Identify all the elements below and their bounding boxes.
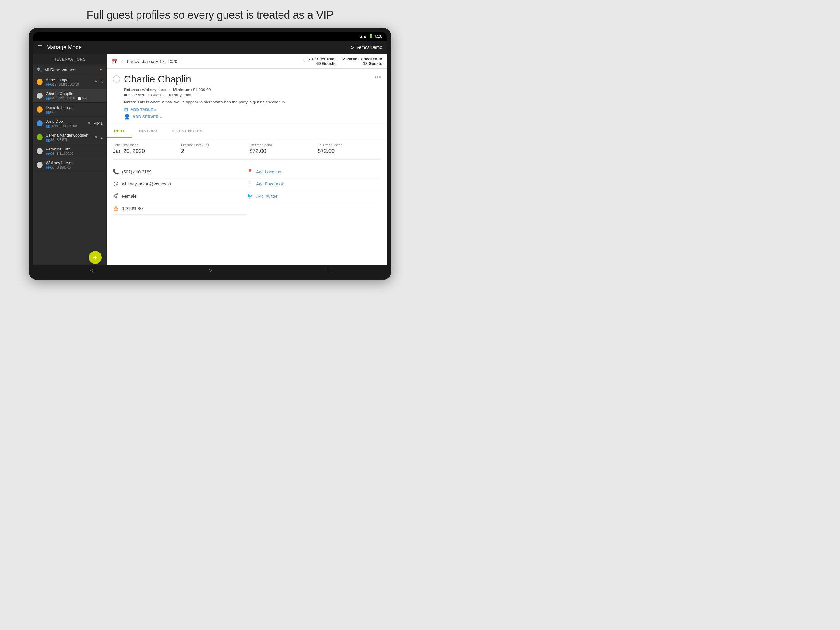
guest-list: Anne Lamper 👥 0/12 $ MIN $500.00 ⚑ 3 bbox=[33, 75, 106, 264]
minimum-value: $1,000.00 bbox=[193, 87, 211, 92]
guest-name-danielle: Danielle Larson bbox=[46, 105, 103, 110]
facebook-icon: f bbox=[247, 181, 253, 187]
search-bar[interactable]: 🔍 All Reservations ▼ bbox=[33, 65, 106, 75]
dropdown-arrow-icon[interactable]: ▼ bbox=[99, 68, 103, 72]
guest-item-anne[interactable]: Anne Lamper 👥 0/12 $ MIN $500.00 ⚑ 3 bbox=[33, 75, 106, 89]
note-charlie: 📄 Note bbox=[77, 97, 88, 100]
add-table-label: ADD TABLE » bbox=[130, 108, 156, 112]
birthday-field: 🎂 12/10/1987 bbox=[113, 203, 247, 215]
next-date-button[interactable]: › bbox=[303, 59, 305, 64]
min-spend-charlie: $ $1,000.00 bbox=[59, 97, 75, 100]
guest-name-whitney: Whitney Larson bbox=[46, 161, 103, 165]
clock: 6:28 bbox=[375, 34, 382, 38]
tab-info[interactable]: INFO bbox=[107, 125, 132, 138]
min-spend-anne: $ MIN $500.00 bbox=[59, 83, 79, 86]
add-reservation-button[interactable]: + bbox=[89, 251, 102, 264]
stat-this-year-spend: This Year Spend $72.00 bbox=[317, 143, 381, 154]
right-panel: 📅 ‹ Friday, January 17, 2020 › 7 Parties… bbox=[107, 54, 387, 264]
min-spend-jane: $ $1,000.00 bbox=[61, 124, 77, 128]
tab-history[interactable]: HISTORY bbox=[132, 125, 165, 138]
add-facebook-label[interactable]: Add Facebook bbox=[256, 182, 284, 187]
guest-item-whitney[interactable]: Whitney Larson 👥 0/6 $ $500.00 bbox=[33, 158, 106, 172]
status-dot-anne bbox=[36, 79, 43, 85]
detail-tabs: INFO HISTORY GUEST NOTES bbox=[107, 125, 387, 138]
email-icon: @ bbox=[113, 181, 119, 187]
search-icon: 🔍 bbox=[36, 67, 42, 72]
stat-lifetime-checkins: Lifetime Check-Ins 2 bbox=[181, 143, 245, 154]
home-button[interactable]: ○ bbox=[209, 267, 212, 274]
tab-guest-notes[interactable]: GUEST NOTES bbox=[165, 125, 210, 138]
vip-badge-jane: VIP 1 bbox=[94, 121, 103, 125]
bottom-nav: ◁ ○ □ bbox=[33, 264, 387, 275]
party-total-value: 10 bbox=[167, 93, 171, 97]
email-field: @ whitney.larson@vemos.io bbox=[113, 178, 247, 190]
checked-in-label: Checked-in Guests / bbox=[128, 93, 167, 97]
current-date: Friday, January 17, 2020 bbox=[127, 59, 300, 64]
guest-item-charlie[interactable]: Charlie Chaplin 👥 0/10 $ $1,000.00 📄 Not… bbox=[33, 89, 106, 103]
recents-button[interactable]: □ bbox=[327, 267, 330, 274]
guest-name-anne: Anne Lamper bbox=[46, 78, 91, 82]
party-count-charlie: 👥 0/10 bbox=[46, 97, 56, 100]
more-options-icon[interactable]: ••• bbox=[374, 73, 381, 81]
checked-in-value: 00 bbox=[124, 93, 128, 97]
stat-lifetime-spend: Lifetime Spend $72.00 bbox=[249, 143, 313, 154]
add-location-field[interactable]: 📍 Add Location bbox=[247, 166, 381, 178]
party-count-serena: 👥 8/6 bbox=[46, 138, 55, 141]
guest-name-jane: Jane Doe bbox=[46, 119, 84, 123]
add-table-button[interactable]: ⊞ ADD TABLE » bbox=[124, 107, 381, 112]
refresh-icon[interactable]: ↻ bbox=[350, 44, 354, 51]
guest-name-charlie: Charlie Chaplin bbox=[46, 91, 103, 96]
flag-icon-jane: ⚑ bbox=[87, 121, 91, 125]
status-bar: ▲▲ 🔋 6:28 bbox=[33, 32, 387, 41]
action-links: ⊞ ADD TABLE » 👤 ADD SERVER » bbox=[113, 107, 381, 120]
calendar-icon: 📅 bbox=[112, 59, 118, 64]
demo-label: Vemos Demo bbox=[356, 45, 382, 50]
status-dot-whitney bbox=[36, 162, 43, 168]
prev-date-button[interactable]: ‹ bbox=[122, 59, 123, 64]
party-count-jane: 👥 10/10 bbox=[46, 124, 58, 128]
app-title: Manage Mode bbox=[46, 44, 346, 51]
back-button[interactable]: ◁ bbox=[90, 267, 95, 274]
referrer-label: Referrer: bbox=[124, 87, 141, 92]
min-spend-veronica: $ $1,000.00 bbox=[57, 152, 74, 155]
birthday-icon: 🎂 bbox=[113, 206, 119, 211]
notes-text: Notes: This is where a note would appear… bbox=[113, 100, 381, 104]
add-facebook-field[interactable]: f Add Facebook bbox=[247, 178, 381, 190]
add-twitter-label[interactable]: Add Twitter bbox=[256, 194, 278, 199]
detail-meta: Referrer: Whitney Larson Minimum: $1,000… bbox=[113, 87, 381, 97]
btl-serena: $ 3 BTL bbox=[57, 138, 68, 141]
guest-name-serena: Serena Vanderwoodsen bbox=[46, 133, 91, 138]
guest-info-danielle: Danielle Larson 👥 0/8 bbox=[46, 105, 103, 114]
parties-checked-in: 2 Parties Checked-in bbox=[343, 57, 382, 61]
sidebar-header: RESERVATIONS bbox=[33, 54, 106, 65]
email-value: whitney.larson@vemos.io bbox=[122, 182, 171, 187]
headline: Full guest profiles so every guest is tr… bbox=[87, 0, 333, 28]
hamburger-icon[interactable]: ☰ bbox=[38, 44, 43, 51]
guest-item-jane[interactable]: Jane Doe 👥 10/10 $ $1,000.00 ⚑ VIP 1 bbox=[33, 117, 106, 130]
gender-value: Female bbox=[122, 194, 136, 199]
checkin-status-circle[interactable] bbox=[113, 75, 120, 83]
party-count-danielle: 👥 0/8 bbox=[46, 111, 55, 114]
guest-detail: Charlie Chaplin ••• Referrer: Whitney La… bbox=[107, 69, 387, 125]
add-twitter-field[interactable]: 🐦 Add Twitter bbox=[247, 190, 381, 203]
min-spend-whitney: $ $500.00 bbox=[57, 166, 71, 169]
guest-item-danielle[interactable]: Danielle Larson 👥 0/8 bbox=[33, 103, 106, 117]
info-stats-row: Date Established Jan 20, 2020 Lifetime C… bbox=[113, 143, 381, 160]
guest-name-veronica: Veronica Fritz bbox=[46, 147, 103, 151]
table-icon: ⊞ bbox=[124, 107, 128, 112]
guest-item-serena[interactable]: Serena Vanderwoodsen 👥 8/6 $ 3 BTL ⚑ 2 bbox=[33, 130, 106, 144]
signal-icon: ▲▲ bbox=[359, 34, 367, 38]
add-server-button[interactable]: 👤 ADD SERVER » bbox=[124, 114, 381, 120]
add-location-label[interactable]: Add Location bbox=[256, 169, 281, 174]
guest-info-whitney: Whitney Larson 👥 0/6 $ $500.00 bbox=[46, 161, 103, 169]
main-area: RESERVATIONS 🔍 All Reservations ▼ Anne L… bbox=[33, 54, 387, 264]
battery-icon: 🔋 bbox=[369, 34, 373, 38]
guests-checked-in: 18 Guests bbox=[343, 61, 382, 66]
party-count-veronica: 👥 0/8 bbox=[46, 152, 55, 155]
guest-item-veronica[interactable]: Veronica Fritz 👥 0/8 $ $1,000.00 bbox=[33, 144, 106, 158]
date-stats: 7 Parties Total 60 Guests 2 Parties Chec… bbox=[308, 57, 382, 66]
info-fields: 📞 (507) 440-3189 📍 Add Location @ bbox=[113, 166, 381, 215]
phone-value: (507) 440-3189 bbox=[122, 169, 152, 174]
tablet-device: ▲▲ 🔋 6:28 ☰ Manage Mode ↻ Vemos Demo RES… bbox=[28, 28, 392, 280]
guest-info-jane: Jane Doe 👥 10/10 $ $1,000.00 bbox=[46, 119, 84, 128]
